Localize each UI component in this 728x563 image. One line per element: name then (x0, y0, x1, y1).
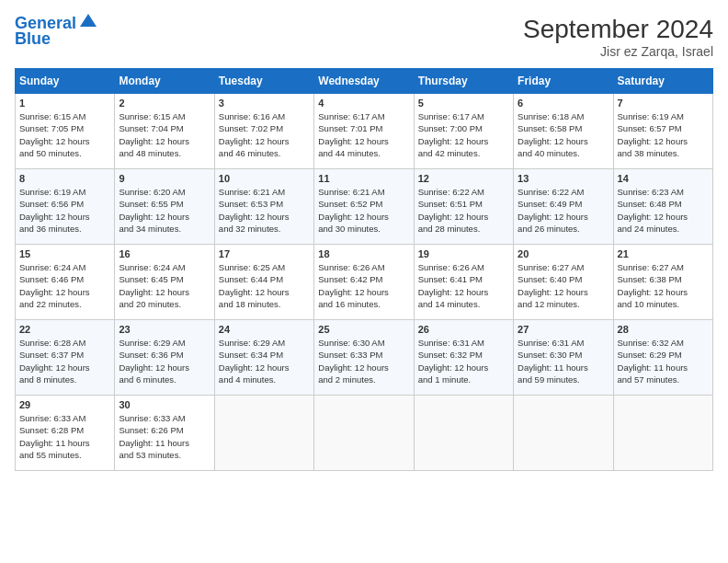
week-row-4: 22Sunrise: 6:28 AMSunset: 6:37 PMDayligh… (16, 320, 713, 396)
day-info-line: Sunrise: 6:22 AM (418, 186, 509, 198)
day-info-line: Sunrise: 6:33 AM (119, 412, 210, 424)
day-info-line: Daylight: 12 hours (318, 211, 409, 223)
day-info-line: Sunset: 6:55 PM (119, 198, 210, 210)
calendar-cell: 13Sunrise: 6:22 AMSunset: 6:49 PMDayligh… (514, 169, 613, 245)
day-number: 1 (19, 98, 110, 109)
day-number: 4 (318, 98, 409, 109)
day-info-line: Sunrise: 6:32 AM (618, 337, 709, 349)
day-info-line: Daylight: 12 hours (618, 135, 709, 147)
day-info-line: and 32 minutes. (219, 223, 310, 235)
day-info-line: Sunrise: 6:30 AM (318, 337, 409, 349)
weekday-header-saturday: Saturday (613, 69, 712, 94)
day-info-line: Sunset: 6:42 PM (318, 273, 409, 285)
logo-icon (78, 12, 98, 29)
day-info-line: and 20 minutes. (119, 298, 210, 310)
day-info-line: Sunrise: 6:31 AM (518, 337, 609, 349)
day-number: 9 (119, 173, 210, 184)
title-section: September 2024 Jisr ez Zarqa, Israel (523, 15, 713, 59)
day-info-line: Daylight: 12 hours (518, 286, 609, 298)
calendar-cell (414, 396, 513, 471)
calendar-cell: 28Sunrise: 6:32 AMSunset: 6:29 PMDayligh… (613, 320, 712, 396)
day-info-line: and 10 minutes. (618, 298, 709, 310)
day-info-line: and 14 minutes. (418, 298, 509, 310)
day-info-line: Sunset: 6:48 PM (618, 198, 709, 210)
day-info-line: Sunrise: 6:27 AM (618, 261, 709, 273)
day-info-line: Sunrise: 6:17 AM (418, 110, 509, 122)
calendar-cell: 10Sunrise: 6:21 AMSunset: 6:53 PMDayligh… (214, 169, 313, 245)
day-info-line: Daylight: 12 hours (119, 362, 210, 373)
day-info-line: Sunset: 6:53 PM (219, 198, 310, 210)
calendar-cell: 15Sunrise: 6:24 AMSunset: 6:46 PMDayligh… (16, 245, 115, 320)
weekday-header-sunday: Sunday (16, 69, 115, 94)
day-info-line: and 1 minute. (418, 373, 509, 385)
day-info-line: Daylight: 12 hours (219, 135, 310, 147)
calendar-cell: 20Sunrise: 6:27 AMSunset: 6:40 PMDayligh… (514, 245, 613, 320)
day-info-line: Sunset: 6:45 PM (119, 273, 210, 285)
header: General Blue September 2024 Jisr ez Zarq… (15, 15, 713, 59)
day-info-line: Sunrise: 6:24 AM (119, 261, 210, 273)
day-info-line: Sunset: 6:46 PM (19, 273, 110, 285)
day-number: 24 (219, 324, 310, 335)
day-info-line: Sunrise: 6:16 AM (219, 110, 310, 122)
day-info-line: Daylight: 12 hours (318, 286, 409, 298)
day-info-line: Sunset: 7:02 PM (219, 122, 310, 134)
month-title: September 2024 (523, 15, 713, 44)
day-info-line: Daylight: 12 hours (418, 135, 509, 147)
day-number: 10 (219, 173, 310, 184)
day-number: 14 (618, 173, 709, 184)
day-info-line: Sunset: 6:57 PM (618, 122, 709, 134)
day-info-line: Sunset: 6:52 PM (318, 198, 409, 210)
calendar-cell: 30Sunrise: 6:33 AMSunset: 6:26 PMDayligh… (115, 396, 214, 471)
day-info-line: Daylight: 12 hours (19, 362, 110, 373)
day-info-line: Daylight: 12 hours (318, 362, 409, 373)
day-info-line: Sunrise: 6:15 AM (119, 110, 210, 122)
weekday-header-thursday: Thursday (414, 69, 513, 94)
day-info-line: Sunset: 6:41 PM (418, 273, 509, 285)
day-info-line: Daylight: 12 hours (19, 211, 110, 223)
calendar-cell: 27Sunrise: 6:31 AMSunset: 6:30 PMDayligh… (514, 320, 613, 396)
day-info-line: Sunrise: 6:26 AM (318, 261, 409, 273)
calendar-cell: 23Sunrise: 6:29 AMSunset: 6:36 PMDayligh… (115, 320, 214, 396)
day-info-line: and 24 minutes. (618, 223, 709, 235)
day-info-line: and 8 minutes. (19, 373, 110, 385)
day-info-line: and 30 minutes. (318, 223, 409, 235)
calendar-cell: 7Sunrise: 6:19 AMSunset: 6:57 PMDaylight… (613, 94, 712, 169)
day-info-line: Sunset: 6:29 PM (618, 349, 709, 361)
day-info-line: Daylight: 12 hours (219, 362, 310, 373)
day-number: 3 (219, 98, 310, 109)
day-info-line: Sunset: 6:28 PM (19, 424, 110, 436)
day-info-line: Sunrise: 6:25 AM (219, 261, 310, 273)
location: Jisr ez Zarqa, Israel (523, 44, 713, 59)
week-row-1: 1Sunrise: 6:15 AMSunset: 7:05 PMDaylight… (16, 94, 713, 169)
day-info-line: Daylight: 12 hours (418, 286, 509, 298)
day-info-line: and 46 minutes. (219, 147, 310, 159)
day-info-line: Sunset: 6:36 PM (119, 349, 210, 361)
day-info-line: Sunrise: 6:22 AM (518, 186, 609, 198)
calendar-cell (514, 396, 613, 471)
day-info-line: Sunrise: 6:23 AM (618, 186, 709, 198)
day-info-line: and 34 minutes. (119, 223, 210, 235)
day-info-line: Daylight: 12 hours (19, 135, 110, 147)
day-info-line: Daylight: 12 hours (119, 286, 210, 298)
day-number: 15 (19, 248, 110, 259)
page-container: General Blue September 2024 Jisr ez Zarq… (0, 0, 728, 478)
day-info-line: Sunset: 6:44 PM (219, 273, 310, 285)
day-info-line: Sunset: 6:51 PM (418, 198, 509, 210)
day-info-line: and 28 minutes. (418, 223, 509, 235)
day-number: 5 (418, 98, 509, 109)
calendar-cell: 19Sunrise: 6:26 AMSunset: 6:41 PMDayligh… (414, 245, 513, 320)
day-info-line: Daylight: 12 hours (418, 211, 509, 223)
day-info-line: and 44 minutes. (318, 147, 409, 159)
weekday-header-wednesday: Wednesday (314, 69, 414, 94)
day-info-line: and 16 minutes. (318, 298, 409, 310)
calendar-cell: 9Sunrise: 6:20 AMSunset: 6:55 PMDaylight… (115, 169, 214, 245)
day-info-line: Daylight: 11 hours (19, 437, 110, 449)
day-info-line: Sunrise: 6:29 AM (219, 337, 310, 349)
day-info-line: Sunrise: 6:15 AM (19, 110, 110, 122)
day-info-line: Daylight: 12 hours (618, 286, 709, 298)
day-info-line: and 55 minutes. (19, 449, 110, 461)
day-info-line: Daylight: 12 hours (119, 211, 210, 223)
day-info-line: Sunrise: 6:29 AM (119, 337, 210, 349)
calendar-cell: 14Sunrise: 6:23 AMSunset: 6:48 PMDayligh… (613, 169, 712, 245)
calendar-cell: 12Sunrise: 6:22 AMSunset: 6:51 PMDayligh… (414, 169, 513, 245)
